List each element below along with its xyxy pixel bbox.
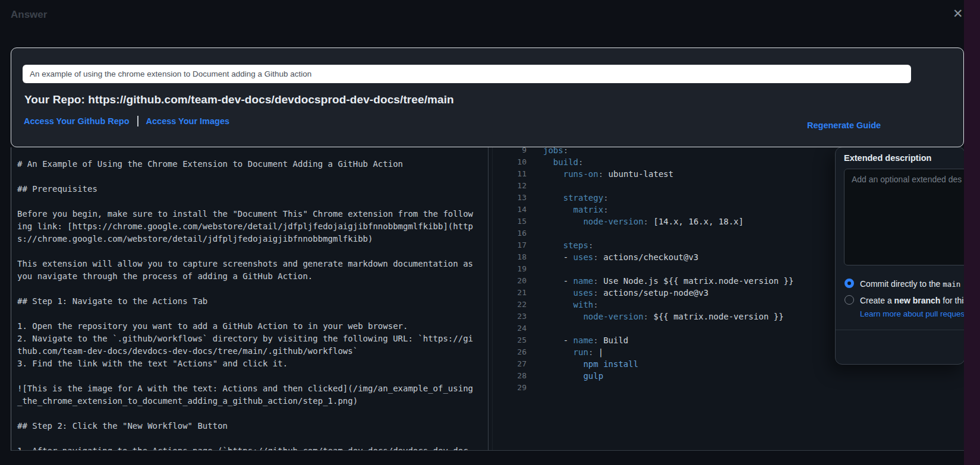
line-number: 15 xyxy=(492,216,527,227)
regenerate-guide-link[interactable]: Regenerate Guide xyxy=(807,121,881,130)
code-text: strategy: xyxy=(543,192,609,204)
code-text: with: xyxy=(543,299,598,311)
new-branch-radio[interactable] xyxy=(844,295,854,305)
code-line: 28 gulp xyxy=(492,370,964,382)
line-number: 10 xyxy=(492,156,527,168)
line-number: 9 xyxy=(492,147,527,156)
access-images-link[interactable]: Access Your Images xyxy=(146,116,230,126)
code-text: matrix: xyxy=(543,204,609,216)
extended-description-textarea[interactable] xyxy=(844,169,964,265)
access-github-repo-link[interactable]: Access Your Github Repo xyxy=(24,116,130,126)
code-text: - name: Build xyxy=(543,334,628,346)
line-number: 14 xyxy=(492,204,527,216)
new-branch-pre-text: Create a xyxy=(860,296,894,305)
code-text: - name: Use Node.js ${{ matrix.node-vers… xyxy=(543,275,793,287)
line-number: 20 xyxy=(492,275,527,287)
line-number: 12 xyxy=(492,180,527,192)
code-line: 29 xyxy=(492,382,964,394)
commit-direct-text: Commit directly to the xyxy=(860,279,943,289)
line-number: 22 xyxy=(492,299,527,311)
code-text: node-version: ${{ matrix.node-version }} xyxy=(543,311,784,322)
code-text: uses: actions/setup-node@v3 xyxy=(543,287,708,299)
line-number: 16 xyxy=(492,227,527,239)
new-branch-post-text: for this xyxy=(940,296,964,305)
header-links-row: Access Your Github Repo Access Your Imag… xyxy=(24,116,229,126)
line-number: 27 xyxy=(492,358,527,370)
line-number: 29 xyxy=(492,382,527,394)
editor-panel-divider xyxy=(488,147,489,450)
code-text: runs-on: ubuntu-latest xyxy=(543,168,673,180)
dialog-divider xyxy=(836,330,964,330)
guide-header-card: Your Repo: https://github.com/team-dev-d… xyxy=(11,48,964,147)
line-number: 26 xyxy=(492,346,527,358)
markdown-editor[interactable]: # An Example of Using the Chrome Extensi… xyxy=(17,158,475,451)
code-text: build: xyxy=(543,156,583,168)
line-number: 13 xyxy=(492,192,527,204)
page-title: Answer xyxy=(11,9,47,21)
new-branch-bold-text: new branch xyxy=(894,296,941,305)
commit-direct-label[interactable]: Commit directly to the main xyxy=(860,279,960,289)
commit-direct-radio[interactable] xyxy=(844,279,854,288)
line-number: 24 xyxy=(492,322,527,334)
code-text: run: | xyxy=(543,346,603,358)
line-number: 28 xyxy=(492,370,527,382)
editor-split-view: # An Example of Using the Chrome Extensi… xyxy=(11,147,964,451)
close-icon[interactable]: ✕ xyxy=(953,7,963,20)
line-number: 23 xyxy=(492,311,527,322)
code-text: steps: xyxy=(543,239,593,251)
code-text: jobs: xyxy=(543,147,568,156)
page-edge-strip xyxy=(964,0,980,465)
line-number: 18 xyxy=(492,251,527,263)
line-number: 11 xyxy=(492,168,527,180)
guide-query-input[interactable] xyxy=(23,65,911,83)
code-text: node-version: [14.x, 16.x, 18.x] xyxy=(543,216,743,227)
line-number: 17 xyxy=(492,239,527,251)
learn-more-link[interactable]: Learn more about pull requests xyxy=(860,309,964,318)
links-divider xyxy=(137,116,138,126)
line-number: 19 xyxy=(492,263,527,275)
extended-description-title: Extended description xyxy=(844,153,931,163)
line-number: 25 xyxy=(492,334,527,346)
repo-title: Your Repo: https://github.com/team-dev-d… xyxy=(24,93,454,106)
line-number: 21 xyxy=(492,287,527,299)
commit-dialog: Extended description Commit directly to … xyxy=(835,147,964,365)
branch-name-code: main xyxy=(943,280,960,289)
code-text: - uses: actions/checkout@v3 xyxy=(543,251,698,263)
code-text: npm install xyxy=(543,358,638,370)
new-branch-label[interactable]: Create a new branch for this xyxy=(860,296,964,305)
code-text: gulp xyxy=(543,370,603,382)
